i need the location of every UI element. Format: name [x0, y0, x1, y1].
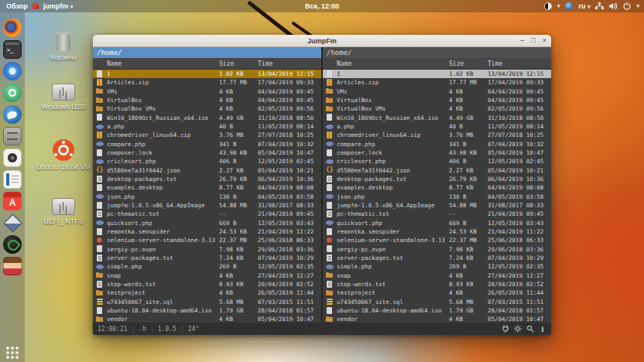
file-row[interactable]: testproject 4 KB 26/05/2019 11:44 — [323, 289, 551, 297]
column-header-time[interactable]: Time — [258, 58, 318, 69]
file-row[interactable]: stop-words.txt 8.93 KB 20/04/2019 02:52 — [323, 280, 551, 289]
file-row[interactable]: chromedriver_linux64.zip 3.76 MB 27/07/2… — [323, 131, 551, 139]
dock-item-thunderbird[interactable] — [3, 105, 22, 124]
power-icon[interactable] — [623, 2, 631, 10]
file-row[interactable]: snap 4 KB 27/04/2019 12:27 — [93, 272, 321, 280]
file-row[interactable]: remontka.seospider 24.53 KB 21/04/2019 1… — [93, 227, 321, 236]
file-row[interactable]: Win10_1809Oct_Russian_x64.iso 4.49 GB 31… — [323, 114, 551, 122]
file-row[interactable]: desktop-packages.txt 26.79 KB 06/04/2019… — [323, 175, 551, 183]
network-icon[interactable] — [595, 2, 604, 10]
file-row[interactable]: server-packages.txt 7.24 KB 07/04/2019 1… — [323, 254, 551, 262]
desktop-icon-trash[interactable]: Корзина — [34, 34, 93, 62]
dock-item-firefox[interactable] — [3, 19, 22, 37]
chromium-indicator-icon[interactable] — [565, 2, 573, 10]
dock-item-greenapp[interactable] — [3, 84, 22, 102]
file-row[interactable]: ubuntu-18.04-desktop-amd64.iso 1.79 GB 2… — [93, 306, 321, 315]
file-row[interactable]: VMs 4 KB 04/04/2019 09:45 — [93, 87, 321, 96]
file-row[interactable]: criclesort.php 406 B 12/05/2019 02:45 — [323, 157, 551, 166]
file-row[interactable]: pc-thematic.txt -- 21/04/2019 09:45 — [93, 210, 321, 218]
dock-item-virtualbox[interactable] — [3, 213, 22, 232]
desktop-icon-ubuntu[interactable]: Ubuntu 18.04 VM — [34, 139, 93, 172]
file-row[interactable]: desktop-packages.txt 26.79 KB 06/04/2019… — [93, 175, 321, 183]
file-row[interactable]: a.php 40 B 11/05/2019 08:14 — [323, 122, 551, 131]
file-row[interactable]: jumpfm-1.0.5-x86_64.AppImage 54.88 MB 31… — [323, 201, 551, 210]
file-row[interactable]: 1 1.02 KB 13/04/2019 12:15 — [323, 70, 551, 78]
dock-item-anydesk[interactable] — [3, 192, 22, 210]
file-row[interactable]: Articles.zip 17.77 MB 17/04/2019 09:33 — [323, 78, 551, 87]
file-row[interactable]: quicksort.php 669 B 12/05/2019 03:43 — [93, 219, 321, 227]
dock-item-player[interactable] — [3, 149, 22, 167]
file-row[interactable]: selenium-server-standalone-3.13.0.j… 22.… — [93, 236, 321, 244]
file-row[interactable]: VirtualBox VMs 4 KB 02/05/2019 09:56 — [93, 104, 321, 113]
file-row[interactable]: server-packages.txt 7.24 KB 07/04/2019 1… — [93, 254, 321, 262]
gear-icon[interactable] — [514, 325, 522, 333]
file-row[interactable]: simple.php 269 B 12/05/2019 02:35 — [93, 262, 321, 271]
file-row[interactable]: quicksort.php 669 B 12/05/2019 03:43 — [323, 219, 551, 227]
path-bar[interactable]: /home/ — [93, 47, 321, 58]
dock-item-cabinet[interactable] — [3, 127, 22, 145]
file-row[interactable]: composer.lock 43.98 KB 05/04/2019 10:47 — [323, 149, 551, 157]
close-button[interactable]: × — [543, 37, 546, 44]
desktop-icon-usb[interactable]: Windows USB — [34, 84, 93, 111]
file-row[interactable]: compare.php 341 B 07/04/2019 10:32 — [323, 140, 551, 149]
file-row[interactable]: u743450067_site.sql 5.68 MB 07/03/2015 1… — [93, 298, 321, 306]
file-row[interactable]: u743450067_site.sql 5.68 MB 07/03/2015 1… — [323, 298, 551, 306]
dock-item-writer[interactable] — [3, 170, 22, 189]
minimize-button[interactable]: – — [520, 37, 524, 44]
file-row[interactable]: stop-words.txt 8.93 KB 20/04/2019 02:52 — [93, 280, 321, 289]
screen-indicator-icon[interactable] — [544, 2, 552, 10]
dock-item-chromium[interactable] — [3, 62, 22, 80]
file-row[interactable]: pc-thematic.txt -- 21/04/2019 09:45 — [323, 210, 551, 218]
column-header-time[interactable]: Time — [488, 58, 548, 69]
file-row[interactable]: composer.lock 43.98 KB 05/04/2019 10:47 — [93, 149, 321, 157]
desktop-icon-usb[interactable]: UEFI_ NTFS — [34, 198, 93, 226]
file-row[interactable]: snap 4 KB 27/04/2019 12:27 — [323, 272, 551, 280]
dock-item-appgrid[interactable] — [3, 343, 22, 362]
keyboard-layout-indicator[interactable]: ru ▾ — [578, 2, 590, 10]
dock-item-terminal[interactable] — [3, 40, 22, 59]
dock-item-darkapp[interactable] — [3, 235, 22, 254]
file-row[interactable]: vendor 4 KB 05/04/2019 10:47 — [323, 315, 551, 323]
file-row[interactable]: examples.desktop 8.77 KB 04/04/2019 08:0… — [323, 183, 551, 192]
maximize-button[interactable]: □ — [531, 37, 535, 44]
column-header-size[interactable]: Size — [449, 58, 485, 69]
plug-icon[interactable] — [502, 325, 509, 333]
column-header-size[interactable]: Size — [219, 58, 255, 69]
file-row[interactable]: Win10_1809Oct_Russian_x64.iso 4.49 GB 31… — [93, 114, 321, 122]
file-row[interactable]: vendor 4 KB 05/04/2019 10:47 — [93, 315, 321, 323]
php-file-icon — [326, 158, 334, 166]
file-row[interactable]: a.php 40 B 11/05/2019 08:14 — [93, 122, 321, 131]
file-row[interactable]: d5580ee7a31f0442.json 2.27 KB 05/04/2019… — [93, 166, 321, 175]
file-row[interactable]: VirtualBox 4 KB 04/04/2019 09:45 — [323, 96, 551, 104]
file-row[interactable]: VMs 4 KB 04/04/2019 09:45 — [323, 87, 551, 96]
title-bar[interactable]: JumpFm – □ × — [93, 35, 551, 47]
file-row[interactable]: ubuntu-18.04-desktop-amd64.iso 1.79 GB 2… — [323, 306, 551, 315]
column-header-name[interactable]: Name — [326, 58, 446, 69]
info-icon[interactable]: i — [539, 325, 546, 333]
file-row[interactable]: VirtualBox VMs 4 KB 02/05/2019 09:56 — [323, 104, 551, 113]
file-row[interactable]: json.php 130 B 04/05/2019 03:58 — [93, 193, 321, 201]
file-row[interactable]: simple.php 269 B 12/05/2019 02:35 — [323, 262, 551, 271]
file-row[interactable]: criclesort.php 406 B 12/05/2019 02:45 — [93, 157, 321, 166]
file-row[interactable]: 1 1.02 KB 13/04/2019 12:15 — [93, 70, 321, 78]
file-row[interactable]: remontka.seospider 24.53 KB 21/04/2019 1… — [323, 227, 551, 236]
file-row[interactable]: d5580ee7a31f0442.json 2.27 KB 05/04/2019… — [323, 166, 551, 175]
file-row[interactable]: compare.php 341 B 07/04/2019 10:32 — [93, 140, 321, 149]
file-row[interactable]: json.php 130 B 04/05/2019 03:58 — [323, 193, 551, 201]
file-row[interactable]: selenium-server-standalone-3.13.0.j… 22.… — [323, 236, 551, 244]
file-row[interactable]: Articles.zip 17.77 MB 17/04/2019 09:33 — [93, 78, 321, 87]
file-row[interactable]: VirtualBox 4 KB 04/04/2019 09:45 — [93, 96, 321, 104]
dock-item-jumpfm[interactable] — [3, 257, 22, 275]
file-row[interactable]: sergiy-pc.ovpn 7.98 KB 29/06/2018 03:36 — [323, 245, 551, 254]
column-header-name[interactable]: Name — [96, 58, 216, 69]
activities-button[interactable]: Обзор — [6, 2, 28, 10]
file-row[interactable]: jumpfm-1.0.5-x86_64.AppImage 54.88 MB 31… — [93, 201, 321, 210]
search-icon[interactable] — [526, 325, 534, 333]
file-row[interactable]: testproject 4 KB 26/05/2019 11:44 — [93, 289, 321, 297]
path-bar[interactable]: /home/ — [323, 47, 551, 58]
file-row[interactable]: chromedriver_linux64.zip 3.76 MB 27/07/2… — [93, 131, 321, 139]
appmenu-button[interactable]: jumpfm ▾ — [43, 2, 74, 10]
file-row[interactable]: examples.desktop 8.77 KB 04/04/2019 08:0… — [93, 183, 321, 192]
volume-icon[interactable] — [609, 2, 618, 10]
file-row[interactable]: sergiy-pc.ovpn 7.98 KB 29/06/2018 03:36 — [93, 245, 321, 254]
